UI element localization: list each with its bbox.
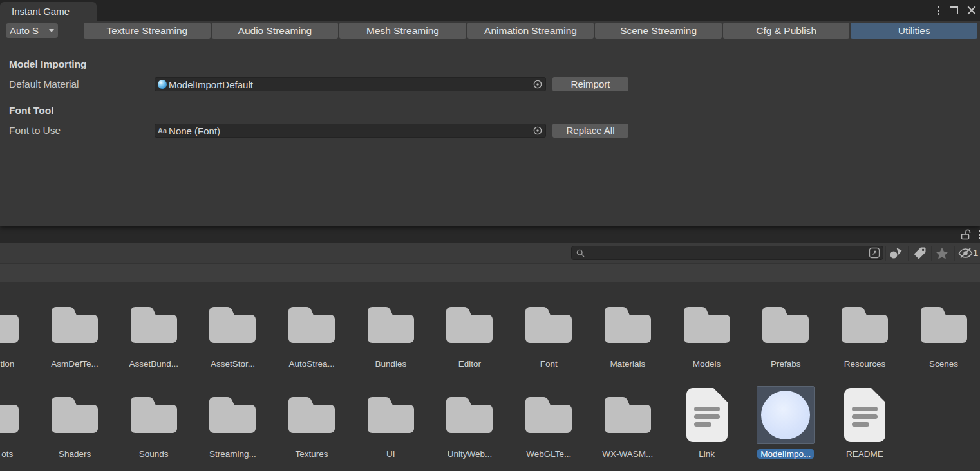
chevron-down-icon bbox=[49, 29, 54, 32]
auto-streaming-dropdown[interactable]: Auto S bbox=[6, 23, 58, 38]
asset-label: Editor bbox=[458, 358, 481, 369]
asset-label: tion bbox=[0, 358, 3, 369]
folder-icon bbox=[52, 397, 98, 433]
window-menu-icon[interactable] bbox=[936, 5, 941, 16]
asset-item-ots[interactable]: ots bbox=[0, 384, 35, 459]
asset-item-editor[interactable]: Editor bbox=[430, 294, 509, 369]
folder-icon bbox=[762, 307, 809, 343]
asset-item-asmdefte[interactable]: AsmDefTe... bbox=[35, 294, 115, 369]
maximize-icon[interactable] bbox=[950, 6, 958, 14]
favorites-star-icon[interactable] bbox=[936, 247, 948, 262]
font-to-use-field[interactable]: Aa None (Font) bbox=[155, 124, 546, 138]
asset-label: Materials bbox=[610, 358, 645, 369]
tab-animation-streaming[interactable]: Animation Streaming bbox=[467, 23, 594, 39]
asset-label: Resources bbox=[844, 358, 886, 369]
material-sphere-icon bbox=[158, 80, 167, 89]
folder-icon bbox=[446, 397, 493, 433]
open-search-window-icon[interactable] bbox=[869, 247, 880, 259]
asset-item-bundles[interactable]: Bundles bbox=[351, 294, 430, 369]
asset-item-streaming[interactable]: Streaming... bbox=[193, 384, 272, 459]
unity-editor: Instant Game Auto S Texture StreamingAud… bbox=[0, 0, 980, 471]
asset-label: Scenes bbox=[929, 358, 958, 369]
folder-icon bbox=[131, 397, 177, 433]
toolbar-separator bbox=[931, 246, 932, 261]
asset-item-resources[interactable]: Resources bbox=[825, 294, 905, 369]
asset-grid-row-1: tionAsmDefTe...AssetBund...AssetStor...A… bbox=[0, 294, 980, 369]
close-icon[interactable] bbox=[967, 6, 976, 15]
replace-all-button[interactable]: Replace All bbox=[552, 124, 628, 138]
hidden-packages-eye-icon[interactable] bbox=[958, 248, 973, 261]
default-material-label: Default Material bbox=[9, 78, 79, 90]
asset-item-assetstor[interactable]: AssetStor... bbox=[193, 294, 272, 369]
asset-label: Shaders bbox=[59, 448, 91, 459]
asset-item-prefabs[interactable]: Prefabs bbox=[746, 294, 825, 369]
window-titlebar: Instant Game bbox=[0, 0, 980, 21]
asset-item-unityweb[interactable]: UnityWeb... bbox=[430, 384, 509, 459]
project-breadcrumb-bar bbox=[0, 264, 980, 282]
project-search-field[interactable] bbox=[571, 246, 883, 260]
tab-cfg-publish[interactable]: Cfg & Publish bbox=[723, 23, 850, 39]
asset-label: AsmDefTe... bbox=[51, 358, 99, 369]
folder-icon bbox=[842, 307, 888, 343]
asset-item-autostrea[interactable]: AutoStrea... bbox=[272, 294, 352, 369]
panel-header-strip bbox=[0, 226, 980, 243]
tab-strip: Texture StreamingAudio StreamingMesh Str… bbox=[84, 23, 977, 39]
default-material-field[interactable]: ModelImportDefault bbox=[155, 77, 546, 91]
folder-icon bbox=[0, 307, 19, 343]
asset-label: UI bbox=[386, 448, 395, 459]
asset-label: WebGLTe... bbox=[526, 448, 571, 459]
asset-label: AssetBund... bbox=[129, 358, 178, 369]
instant-game-window: Instant Game Auto S Texture StreamingAud… bbox=[0, 0, 980, 226]
asset-item-modelimpo[interactable]: ModelImpo... bbox=[746, 384, 825, 459]
folder-icon bbox=[288, 397, 335, 433]
tab-texture-streaming[interactable]: Texture Streaming bbox=[84, 23, 211, 39]
toolbar-separator bbox=[954, 246, 955, 261]
asset-item-tion[interactable]: tion bbox=[0, 294, 35, 369]
asset-item-wx-wasm[interactable]: WX-WASM... bbox=[589, 384, 668, 459]
asset-label: AutoStrea... bbox=[288, 358, 334, 369]
asset-item-sounds[interactable]: Sounds bbox=[114, 384, 193, 459]
project-toolbar: 1 bbox=[0, 243, 980, 263]
asset-item-textures[interactable]: Textures bbox=[272, 384, 352, 459]
folder-icon bbox=[684, 307, 730, 343]
text-file-icon bbox=[686, 388, 728, 442]
tab-mesh-streaming[interactable]: Mesh Streaming bbox=[339, 23, 466, 39]
asset-item-materials[interactable]: Materials bbox=[589, 294, 668, 369]
asset-grid-row-2: otsShadersSoundsStreaming...TexturesUIUn… bbox=[0, 384, 904, 459]
asset-label: Prefabs bbox=[771, 358, 801, 369]
folder-icon bbox=[368, 307, 414, 343]
search-by-label-icon[interactable] bbox=[914, 246, 927, 262]
asset-item-webglte[interactable]: WebGLTe... bbox=[509, 384, 589, 459]
folder-icon bbox=[52, 307, 98, 343]
asset-item-link[interactable]: Link bbox=[667, 384, 746, 459]
search-input[interactable] bbox=[588, 248, 869, 258]
asset-item-scenes[interactable]: Scenes bbox=[904, 294, 980, 369]
folder-icon bbox=[209, 307, 256, 343]
asset-label: Sounds bbox=[139, 448, 169, 459]
asset-item-readme[interactable]: README bbox=[825, 384, 905, 459]
panel-menu-icon[interactable] bbox=[977, 229, 980, 241]
window-tab-instant-game[interactable]: Instant Game bbox=[0, 2, 97, 21]
folder-icon bbox=[209, 397, 256, 433]
tab-utilities[interactable]: Utilities bbox=[851, 23, 977, 39]
asset-label: WX-WASM... bbox=[602, 448, 653, 459]
asset-label: ModelImpo... bbox=[757, 448, 814, 459]
hidden-count-badge: 1 bbox=[973, 247, 978, 258]
asset-item-ui[interactable]: UI bbox=[351, 384, 430, 459]
search-icon bbox=[576, 249, 585, 257]
asset-label: Streaming... bbox=[209, 448, 256, 459]
object-picker-icon[interactable] bbox=[532, 125, 543, 136]
unlock-icon[interactable] bbox=[960, 228, 971, 243]
asset-item-models[interactable]: Models bbox=[667, 294, 746, 369]
asset-item-font[interactable]: Font bbox=[509, 294, 589, 369]
reimport-button[interactable]: Reimport bbox=[552, 77, 628, 91]
tab-scene-streaming[interactable]: Scene Streaming bbox=[595, 23, 722, 39]
section-header-font-tool: Font Tool bbox=[9, 105, 53, 116]
asset-label: ots bbox=[0, 448, 1, 459]
tab-audio-streaming[interactable]: Audio Streaming bbox=[212, 23, 339, 39]
asset-item-assetbund[interactable]: AssetBund... bbox=[114, 294, 193, 369]
search-by-type-icon[interactable] bbox=[889, 246, 903, 262]
asset-item-shaders[interactable]: Shaders bbox=[35, 384, 115, 459]
asset-label: Bundles bbox=[375, 358, 406, 369]
object-picker-icon[interactable] bbox=[532, 79, 543, 89]
